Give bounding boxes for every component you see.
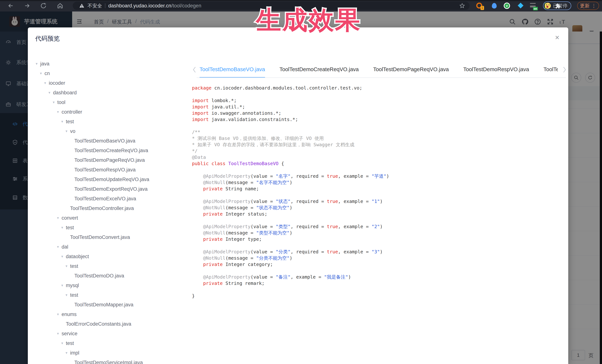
code-line: @Data <box>192 154 565 160</box>
extension-3-icon[interactable]: v <box>504 3 510 9</box>
code-line: @ApiModelProperty(value = "状态", required… <box>192 198 565 205</box>
tree-folder-node[interactable]: ▼convert <box>28 214 189 223</box>
caret-down-icon[interactable]: ▼ <box>56 216 60 220</box>
extension-4-icon[interactable] <box>517 3 524 9</box>
code-line: @ApiModelProperty(value = "分类", required… <box>192 249 565 255</box>
browser-forward-icon[interactable] <box>24 2 30 9</box>
caret-down-icon[interactable]: ▼ <box>65 264 68 268</box>
tree-file-node[interactable]: ToolTestDemoConvert.java <box>28 233 189 242</box>
code-preview-dialog: 代码预览 × ▼java▼cn▼iocoder▼dashboard▼tool▼c… <box>28 27 568 364</box>
caret-down-icon[interactable]: ▼ <box>65 293 68 297</box>
browser-back-icon[interactable] <box>7 2 14 9</box>
update-label: 更新 <box>580 3 590 9</box>
tree-node-label: test <box>66 341 74 346</box>
tree-folder-node[interactable]: ▼iocoder <box>28 79 189 88</box>
file-tab-2[interactable]: ToolTestDemoPageReqVO.java <box>373 62 449 78</box>
caret-down-icon[interactable]: ▼ <box>56 332 60 336</box>
code-line: package cn.iocoder.dashboard.modules.too… <box>192 85 565 91</box>
caret-down-icon[interactable]: ▼ <box>65 130 68 133</box>
browser-home-icon[interactable] <box>57 2 64 9</box>
tree-file-node[interactable]: ToolErrorCodeConstants.java <box>28 320 189 329</box>
browser-update-button[interactable]: 更新 ⋮ <box>577 2 599 10</box>
code-line <box>192 91 565 97</box>
caret-down-icon[interactable]: ▼ <box>43 81 47 85</box>
tree-folder-node[interactable]: ▼service <box>28 329 189 339</box>
tree-folder-node[interactable]: ▼test <box>28 117 189 127</box>
tree-file-node[interactable]: ToolTestDemoServiceImpl.java <box>28 358 189 364</box>
code-line <box>192 217 565 224</box>
caret-down-icon[interactable]: ▼ <box>61 342 64 345</box>
annotation-text: 生成效果 <box>256 3 382 37</box>
caret-down-icon[interactable]: ▼ <box>56 313 60 316</box>
file-tab-0[interactable]: ToolTestDemoBaseVO.java <box>200 62 265 78</box>
tree-folder-node[interactable]: ▼enums <box>28 310 189 320</box>
caret-down-icon[interactable]: ▼ <box>61 255 64 259</box>
browser-reload-icon[interactable] <box>40 2 47 9</box>
caret-down-icon[interactable]: ▼ <box>35 62 38 66</box>
tree-folder-node[interactable]: ▼vo <box>28 127 189 136</box>
tree-node-label: ToolTestDemoRespVO.java <box>74 167 136 173</box>
insecure-label[interactable]: 不安全 <box>87 3 102 9</box>
browser-menu-dots-icon[interactable]: ⋮ <box>591 3 596 9</box>
tree-file-node[interactable]: ToolTestDemoBaseVO.java <box>28 136 189 146</box>
tree-node-label: ToolTestDemoMapper.java <box>74 302 133 308</box>
caret-down-icon[interactable]: ▼ <box>61 120 64 124</box>
file-tab-1[interactable]: ToolTestDemoCreateReqVO.java <box>280 62 359 78</box>
tree-node-label: test <box>66 119 74 125</box>
caret-down-icon[interactable]: ▼ <box>39 72 43 75</box>
tree-file-node[interactable]: ToolTestDemoDO.java <box>28 271 189 281</box>
code-line <box>192 192 565 198</box>
code-line <box>192 242 565 249</box>
tree-folder-node[interactable]: ▼dal <box>28 242 189 252</box>
tree-file-node[interactable]: ToolTestDemoCreateReqVO.java <box>28 146 189 156</box>
tree-node-label: enums <box>62 312 77 317</box>
tree-node-label: test <box>70 263 78 269</box>
tree-folder-node[interactable]: ▼test <box>28 339 189 348</box>
tree-folder-node[interactable]: ▼dataobject <box>28 252 189 262</box>
code-line <box>192 167 565 173</box>
caret-down-icon[interactable]: ▼ <box>56 245 60 249</box>
code-editor[interactable]: package cn.iocoder.dashboard.modules.too… <box>192 85 565 299</box>
tree-node-label: tool <box>57 100 65 105</box>
code-line: private String remark; <box>192 280 565 287</box>
caret-down-icon[interactable]: ▼ <box>48 91 51 95</box>
file-tab-4[interactable]: ToolTe <box>544 62 558 78</box>
caret-down-icon[interactable]: ▼ <box>61 226 64 230</box>
tree-file-node[interactable]: ToolTestDemoUpdateReqVO.java <box>28 175 189 185</box>
tree-folder-node[interactable]: ▼cn <box>28 69 189 79</box>
tree-file-node[interactable]: ToolTestDemoExcelVO.java <box>28 194 189 204</box>
tree-file-node[interactable]: ToolTestDemoPageReqVO.java <box>28 156 189 165</box>
bookmark-star-icon[interactable] <box>459 3 465 9</box>
tree-file-node[interactable]: ToolTestDemoRespVO.java <box>28 165 189 175</box>
caret-down-icon[interactable]: ▼ <box>65 351 68 355</box>
caret-down-icon[interactable]: ▼ <box>56 110 60 114</box>
tree-file-node[interactable]: ToolTestDemoExportReqVO.java <box>28 185 189 194</box>
tree-folder-node[interactable]: ▼java <box>28 59 189 69</box>
tree-folder-node[interactable]: ▼tool <box>28 98 189 107</box>
tree-file-node[interactable]: ToolTestDemoController.java <box>28 204 189 214</box>
caret-down-icon[interactable]: ▼ <box>61 284 64 287</box>
tabs-scroll-left-icon[interactable] <box>192 66 197 73</box>
extension-1-icon[interactable]: 1 <box>476 3 483 9</box>
code-line: @NotNull(message = "分类不能为空") <box>192 255 565 261</box>
tree-file-node[interactable]: ToolTestDemoMapper.java <box>28 300 189 310</box>
profile-paused-chip[interactable]: 已暂停 <box>543 1 571 10</box>
tree-folder-node[interactable]: ▼test <box>28 291 189 300</box>
tabs-scroll-right-icon[interactable] <box>562 66 567 73</box>
code-line: private Integer category; <box>192 261 565 268</box>
tree-folder-node[interactable]: ▼controller <box>28 107 189 117</box>
caret-down-icon[interactable]: ▼ <box>52 101 55 104</box>
extension-5-icon[interactable]: on <box>530 3 536 9</box>
code-line: import javax.validation.constraints.*; <box>192 116 565 123</box>
url-text[interactable]: dashboard.yudao.iocoder.cn/tool/codegen <box>108 3 201 9</box>
extension-2-icon[interactable] <box>491 3 497 9</box>
tree-folder-node[interactable]: ▼test <box>28 223 189 233</box>
file-tab-3[interactable]: ToolTestDemoRespVO.java <box>463 62 529 78</box>
tree-folder-node[interactable]: ▼dashboard <box>28 88 189 98</box>
close-icon[interactable]: × <box>555 34 559 41</box>
tree-folder-node[interactable]: ▼mysql <box>28 281 189 291</box>
tree-folder-node[interactable]: ▼impl <box>28 348 189 358</box>
code-line: * 如果子 VO 存在差异的字段，请不要添加到这里，影响 Swagger 文档生… <box>192 142 565 148</box>
code-line: @ApiModelProperty(value = "名字", required… <box>192 173 565 179</box>
tree-folder-node[interactable]: ▼test <box>28 262 189 271</box>
